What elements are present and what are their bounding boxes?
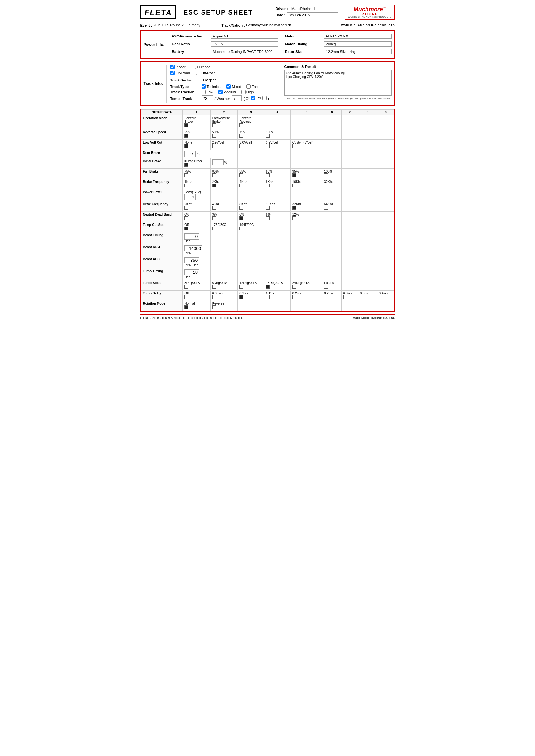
traction-low-checkbox[interactable]: Low <box>202 90 213 94</box>
temp-c-label: ( C° <box>243 97 250 100</box>
turbo-timing-input[interactable] <box>184 269 199 275</box>
lvc-4-cb[interactable] <box>266 144 270 148</box>
bt-9 <box>377 232 394 244</box>
dfreq-1-cb[interactable] <box>184 206 188 210</box>
type-mixed-checkbox[interactable]: Mixed <box>226 84 241 89</box>
temp-c-input[interactable] <box>251 96 255 100</box>
onroad-input[interactable] <box>170 71 175 75</box>
surface-input[interactable] <box>202 77 240 83</box>
dfreq-2-cb[interactable] <box>212 206 216 210</box>
tdel-2-cb[interactable] <box>212 295 216 299</box>
initial-brake-cb[interactable] <box>184 163 188 167</box>
tslope-3-cb[interactable] <box>239 285 243 289</box>
traction-medium-checkbox[interactable]: Medium <box>218 90 236 94</box>
ndb-4-cb[interactable] <box>266 216 270 220</box>
indoor-checkbox[interactable]: Indoor <box>170 65 186 69</box>
ndb-5-cb[interactable] <box>293 216 296 220</box>
type-technical-input[interactable] <box>202 84 206 89</box>
tdel-9-cb[interactable] <box>379 295 383 299</box>
bfreq-2-cb[interactable] <box>212 184 216 187</box>
bfreq-6-cb[interactable] <box>324 184 328 187</box>
ndb-3-cb[interactable] <box>239 216 243 220</box>
boost-timing-input[interactable] <box>184 233 199 239</box>
dfreq-9 <box>377 202 394 212</box>
tdel-3-cb[interactable] <box>239 295 243 299</box>
drag-brake-pct: % <box>197 152 200 156</box>
tdel-5-cb[interactable] <box>293 295 296 299</box>
tdel-6-cb[interactable] <box>324 295 328 299</box>
fb-3-cb[interactable] <box>239 173 243 177</box>
tcs-2-cb[interactable] <box>212 227 216 230</box>
boost-rpm-input[interactable] <box>184 245 202 252</box>
fb-2-cb[interactable] <box>212 173 216 177</box>
esc-setup-title: ESC SETUP SHEET <box>183 9 275 16</box>
fb-6-cb[interactable] <box>324 173 328 177</box>
comment-box: Use 40mm Cooling Fan for Motor cooling.L… <box>284 70 392 96</box>
bfreq-4-cb[interactable] <box>266 184 270 187</box>
onroad-checkbox[interactable]: On-Road <box>170 71 190 75</box>
tslope-4-cb[interactable] <box>266 285 270 289</box>
traction-high-checkbox[interactable]: High <box>241 90 254 94</box>
tdel-8-cb[interactable] <box>360 295 364 299</box>
dfreq-8 <box>358 202 377 212</box>
traction-high-input[interactable] <box>241 90 245 94</box>
fb-1-cb[interactable] <box>184 173 188 177</box>
ndb-1-cb[interactable] <box>184 216 188 220</box>
weather-label: / Weather <box>215 97 230 100</box>
bfreq-3-cb[interactable] <box>239 184 243 187</box>
tslope-1-cb[interactable] <box>184 285 188 289</box>
ndb-2-cb[interactable] <box>212 216 216 220</box>
dfreq-5-cb[interactable] <box>293 206 296 210</box>
tcs-1-cb[interactable] <box>184 227 188 230</box>
outdoor-input[interactable] <box>192 65 196 69</box>
fb-5-cb[interactable] <box>293 173 296 177</box>
lvc-5-cb[interactable] <box>293 144 296 148</box>
bfreq-5-cb[interactable] <box>293 184 296 187</box>
dfreq-6-cb[interactable] <box>324 206 328 210</box>
temp-f-checkbox[interactable] <box>262 96 267 101</box>
lvc-3-cb[interactable] <box>239 144 243 148</box>
indoor-input[interactable] <box>170 65 175 69</box>
tcs-3-cb[interactable] <box>239 227 243 230</box>
tdel-1-cb[interactable] <box>184 295 188 299</box>
lvc-2-cb[interactable] <box>212 144 216 148</box>
lvc-1-cb[interactable] <box>184 144 188 148</box>
op-mode-2-checkbox[interactable] <box>212 123 216 127</box>
rev-spd-3-cb[interactable] <box>239 134 243 138</box>
op-mode-3-checkbox[interactable] <box>239 123 243 127</box>
rev-spd-2-cb[interactable] <box>212 134 216 138</box>
tslope-6-cb[interactable] <box>324 285 328 289</box>
bfreq-1-cb[interactable] <box>184 184 188 187</box>
rev-spd-1-cb[interactable] <box>184 134 188 138</box>
type-technical-checkbox[interactable]: Technical <box>202 84 222 89</box>
drag-brake-input[interactable] <box>184 151 196 157</box>
temp-f-input[interactable] <box>262 96 267 100</box>
offroad-input[interactable] <box>196 71 200 75</box>
rot-1-cb[interactable] <box>184 306 188 309</box>
type-fast-checkbox[interactable]: Fast <box>246 84 259 89</box>
tslope-5-cb[interactable] <box>293 285 296 289</box>
outdoor-checkbox[interactable]: Outdoor <box>192 65 210 69</box>
weather-input[interactable] <box>232 95 241 101</box>
boost-acc-input[interactable] <box>184 257 199 263</box>
fb-4-cb[interactable] <box>266 173 270 177</box>
type-fast-input[interactable] <box>246 84 251 89</box>
rev-spd-4-cb[interactable] <box>266 134 270 138</box>
dfreq-3: 8Khz <box>238 202 264 212</box>
tdel-4-cb[interactable] <box>266 295 270 299</box>
tslope-2-cb[interactable] <box>212 285 216 289</box>
temp-track-input[interactable] <box>202 95 213 101</box>
traction-low-input[interactable] <box>202 90 206 94</box>
traction-medium-input[interactable] <box>218 90 223 94</box>
tdel-7-cb[interactable] <box>343 295 347 299</box>
type-mixed-input[interactable] <box>226 84 231 89</box>
power-level-input[interactable] <box>184 194 196 200</box>
offroad-checkbox[interactable]: Off-Road <box>196 71 215 75</box>
fb-8 <box>358 169 377 179</box>
dfreq-4-cb[interactable] <box>266 206 270 210</box>
op-mode-1-checkbox[interactable] <box>184 123 188 127</box>
dfreq-3-cb[interactable] <box>239 206 243 210</box>
temp-c-checkbox[interactable] <box>251 96 255 101</box>
rot-2-cb[interactable] <box>212 306 216 309</box>
initial-brake-val-input[interactable] <box>212 159 223 166</box>
